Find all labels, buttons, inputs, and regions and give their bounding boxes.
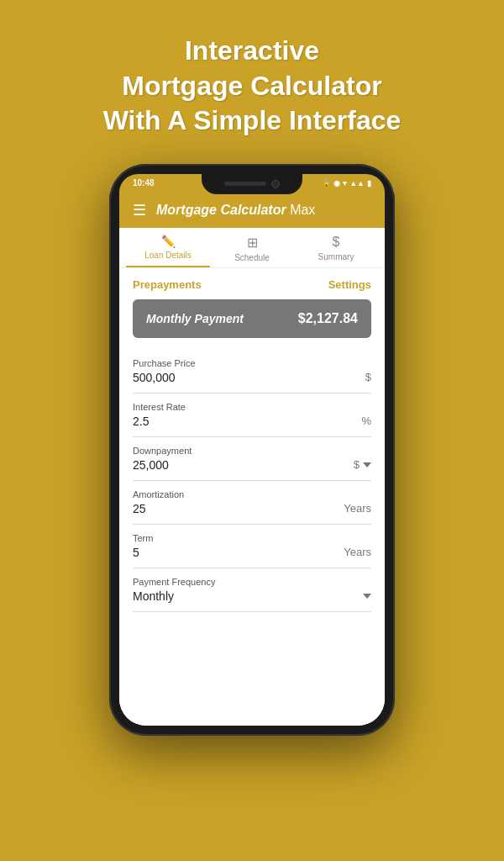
- settings-label[interactable]: Settings: [328, 278, 371, 291]
- payment-frequency-dropdown[interactable]: [363, 594, 371, 599]
- purchase-price-label: Purchase Price: [133, 358, 371, 368]
- downpayment-unit: $: [354, 458, 360, 471]
- tab-schedule[interactable]: ⊞ Schedule: [210, 228, 294, 267]
- field-amortization[interactable]: Amortization 25 Years: [133, 481, 371, 525]
- lock-icon: 🔒: [322, 179, 331, 188]
- app-title-text: Mortgage Calculator Max: [156, 203, 315, 218]
- purchase-price-value: 500,000: [133, 371, 176, 384]
- field-purchase-price[interactable]: Purchase Price 500,000 $: [133, 350, 371, 394]
- pencil-icon: ✏️: [161, 235, 176, 248]
- amortization-label: Amortization: [133, 489, 371, 499]
- interest-rate-label: Interest Rate: [133, 402, 371, 412]
- field-payment-frequency[interactable]: Payment Frequency Monthly: [133, 568, 371, 612]
- notch-camera: [271, 180, 280, 188]
- monthly-payment-banner: Monthly Payment $2,127.84: [133, 299, 371, 338]
- status-time: 10:48: [133, 178, 155, 188]
- tab-summary[interactable]: $ Summary: [294, 228, 378, 267]
- field-downpayment[interactable]: Downpayment 25,000 $: [133, 437, 371, 481]
- payment-frequency-dropdown-arrow: [363, 594, 371, 599]
- tab-bar: ✏️ Loan Details ⊞ Schedule $ Summary: [119, 228, 385, 268]
- notch-speaker: [224, 182, 266, 186]
- content-area: Prepayments Settings Monthly Payment $2,…: [119, 268, 385, 726]
- wifi-icon: ▾: [343, 179, 347, 188]
- phone-notch: [202, 174, 302, 194]
- monthly-payment-label: Monthly Payment: [146, 312, 244, 325]
- schedule-icon: ⊞: [247, 235, 258, 251]
- downpayment-unit-dropdown[interactable]: $: [354, 458, 371, 471]
- tab-summary-label: Summary: [318, 252, 354, 261]
- downpayment-value: 25,000: [133, 458, 169, 472]
- app-title-main: Mortgage Calculator Max: [156, 203, 315, 217]
- tab-loan-details[interactable]: ✏️ Loan Details: [126, 228, 210, 267]
- battery-icon: ▮: [367, 179, 371, 188]
- status-icons: 🔒 ◉ ▾ ▲▲ ▮: [322, 179, 371, 188]
- prepayments-row: Prepayments Settings: [133, 278, 371, 291]
- purchase-price-unit: $: [365, 371, 371, 383]
- phone-shell: 10:48 🔒 ◉ ▾ ▲▲ ▮ ☰ Mortgage Calculator M…: [109, 164, 395, 736]
- term-label: Term: [133, 533, 371, 543]
- term-unit: Years: [344, 546, 371, 558]
- prepayments-label[interactable]: Prepayments: [133, 278, 202, 291]
- hamburger-icon[interactable]: ☰: [133, 201, 146, 219]
- tab-schedule-label: Schedule: [234, 253, 270, 262]
- signal-icon: ▲▲: [349, 179, 365, 188]
- payment-frequency-value: Monthly: [133, 589, 174, 603]
- hero-title: Interactive Mortgage Calculator With A S…: [70, 34, 435, 139]
- location-icon: ◉: [333, 179, 340, 188]
- phone-mockup: 10:48 🔒 ◉ ▾ ▲▲ ▮ ☰ Mortgage Calculator M…: [109, 164, 395, 736]
- amortization-value: 25: [133, 502, 146, 515]
- interest-rate-value: 2.5: [133, 415, 149, 428]
- app-header: ☰ Mortgage Calculator Max: [119, 193, 385, 228]
- dollar-icon: $: [333, 235, 340, 250]
- tab-loan-details-label: Loan Details: [144, 251, 192, 260]
- term-value: 5: [133, 546, 139, 559]
- amortization-unit: Years: [344, 502, 371, 515]
- monthly-payment-value: $2,127.84: [298, 311, 358, 326]
- field-term[interactable]: Term 5 Years: [133, 525, 371, 568]
- interest-rate-unit: %: [361, 415, 371, 427]
- phone-screen: ☰ Mortgage Calculator Max ✏️ Loan Detail…: [119, 193, 385, 726]
- payment-frequency-label: Payment Frequency: [133, 577, 371, 587]
- downpayment-label: Downpayment: [133, 446, 371, 456]
- downpayment-dropdown-arrow: [363, 462, 371, 467]
- field-interest-rate[interactable]: Interest Rate 2.5 %: [133, 394, 371, 437]
